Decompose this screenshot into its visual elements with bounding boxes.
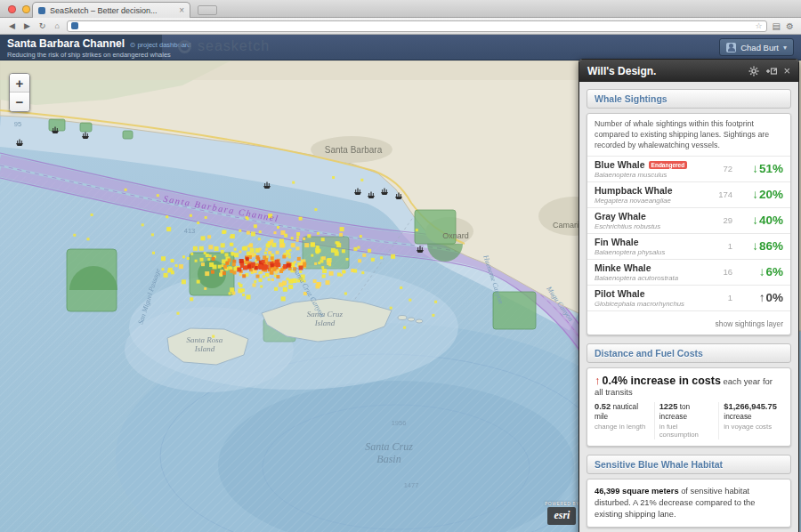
fuel-headline: ↑0.4% increase in costs each year for al… — [595, 374, 783, 397]
change-percent: ↓51% — [742, 162, 783, 175]
whale-name: Fin Whale — [595, 237, 665, 247]
whale-latin-name: Balaenoptera musculus — [595, 171, 687, 179]
map-label: Island — [194, 344, 215, 353]
fuel-costs-card: ↑0.4% increase in costs each year for al… — [587, 367, 791, 447]
user-avatar — [726, 43, 736, 52]
map-label: Basin — [376, 453, 400, 465]
change-arrow-icon: ↓ — [752, 239, 758, 253]
section-distance-fuel[interactable]: Distance and Fuel Costs — [587, 343, 791, 363]
map-label: Santa Cruz — [365, 440, 413, 453]
address-bar[interactable]: ☆ — [67, 20, 767, 32]
back-icon[interactable]: ◀ — [7, 20, 17, 32]
whale-name: Gray Whale — [595, 211, 660, 222]
change-arrow-icon: ↓ — [752, 214, 758, 227]
browser-tab[interactable]: SeaSketch – Better decision... × — [32, 2, 190, 18]
whale-name: Humpback Whale — [595, 185, 673, 196]
whale-name: Minke Whale — [595, 262, 678, 273]
panel-header[interactable]: Will's Design. × — [579, 60, 798, 82]
whale-row[interactable]: Fin WhaleBalaenoptera physalus1↓86% — [587, 233, 790, 259]
browser-titlebar: SeaSketch – Better decision... × — [0, 0, 801, 18]
whale-latin-name: Balaenoptera acutorostrata — [595, 274, 678, 282]
whale-name: Blue WhaleEndangered — [595, 159, 687, 170]
panel-title: Will's Design. — [587, 65, 656, 77]
tab-favicon-icon — [38, 7, 45, 14]
map-label: Oxnard — [442, 231, 469, 240]
whale-row[interactable]: Blue WhaleEndangeredBalaenoptera musculu… — [587, 156, 790, 181]
new-tab-button[interactable] — [198, 5, 217, 15]
whale-row[interactable]: Minke WhaleBalaenoptera acutorostrata16↓… — [587, 259, 790, 285]
change-percent: ↓6% — [742, 265, 783, 278]
change-arrow-icon: ↓ — [759, 265, 765, 278]
change-percent: ↑0% — [742, 291, 783, 304]
esri-logo: esri — [547, 507, 576, 525]
whale-description: Number of whale sightings within this fo… — [587, 114, 790, 156]
sighting-count: 29 — [723, 215, 732, 225]
page-menu-icon[interactable]: ▤ — [773, 20, 781, 32]
map-label: 1477 — [404, 481, 419, 489]
section-whale-sightings[interactable]: Whale Sightings — [587, 89, 791, 109]
zoom-in-button[interactable]: + — [10, 74, 29, 93]
increase-arrow-icon: ↑ — [595, 374, 601, 387]
whale-name: Pilot Whale — [595, 288, 684, 299]
bookmark-star-icon[interactable]: ☆ — [756, 21, 763, 30]
fuel-stats: 0.52 nautical milechange in length1225 t… — [595, 402, 783, 439]
minimize-window-button[interactable] — [22, 5, 30, 13]
sighting-count: 16 — [723, 267, 732, 277]
project-title: Santa Barbara Channel — [7, 37, 125, 50]
fuel-stat: 1225 ton increasein fuel consumption — [654, 402, 719, 439]
map-label: 1956 — [392, 419, 407, 427]
change-arrow-icon: ↑ — [759, 291, 765, 304]
report-panel: Will's Design. × — [578, 59, 799, 532]
popout-icon[interactable] — [765, 66, 777, 77]
close-window-button[interactable] — [8, 5, 16, 13]
zoom-out-button[interactable]: − — [10, 93, 29, 111]
home-icon[interactable]: ⌂ — [53, 20, 61, 32]
project-title-block: Santa Barbara Channel ⊙ project dashboar… — [0, 35, 162, 60]
habitat-card: 46,399 square meters of sensitive habita… — [587, 479, 791, 528]
change-arrow-icon: ↓ — [752, 162, 758, 175]
zoom-control: + − — [9, 73, 30, 112]
user-menu[interactable]: Chad Burt ▾ — [719, 38, 794, 56]
wrench-menu-icon[interactable]: ⚙ — [786, 20, 794, 32]
sighting-count: 1 — [728, 293, 732, 302]
change-percent: ↓40% — [742, 214, 783, 227]
fuel-stat: $1,266,945.75 increasein voyage costs — [718, 402, 783, 439]
project-subtitle: Reducing the risk of ship strikes on end… — [7, 51, 155, 59]
tab-title: SeaSketch – Better decision... — [50, 6, 158, 15]
reload-icon[interactable]: ↻ — [37, 20, 48, 32]
map-label: Santa Rosa — [187, 335, 223, 344]
change-percent: ↓20% — [742, 188, 783, 201]
gear-icon[interactable] — [748, 66, 759, 77]
close-icon[interactable]: × — [783, 66, 790, 77]
whale-card-footer: show sightings layer — [587, 310, 790, 335]
address-favicon-icon — [71, 22, 78, 29]
whale-latin-name: Balaenoptera physalus — [595, 248, 665, 256]
whale-row[interactable]: Gray WhaleEschrichtius robustus29↓40% — [587, 207, 790, 233]
whale-sightings-card: Number of whale sightings within this fo… — [587, 113, 791, 335]
map-label: 413 — [184, 227, 196, 235]
whale-row[interactable]: Pilot WhaleGlobicephala macrorhynchus1↑0… — [587, 285, 790, 310]
whale-row[interactable]: Humpback WhaleMegaptera novaeangliae174↓… — [587, 181, 790, 207]
whale-latin-name: Eschrichtius robustus — [595, 222, 660, 230]
forward-icon[interactable]: ▶ — [22, 20, 32, 32]
tab-close-icon[interactable]: × — [179, 6, 184, 15]
caret-down-icon: ▾ — [783, 44, 787, 52]
endangered-badge: Endangered — [649, 161, 688, 169]
whale-rows: Blue WhaleEndangeredBalaenoptera musculu… — [587, 156, 790, 310]
sighting-count: 1 — [728, 241, 732, 251]
whale-latin-name: Globicephala macrorhynchus — [595, 300, 684, 308]
show-sightings-layer-link[interactable]: show sightings layer — [715, 319, 783, 328]
user-name: Chad Burt — [740, 43, 779, 52]
seasketch-logo: seasketch — [178, 38, 270, 54]
whale-latin-name: Megaptera novaeangliae — [595, 197, 673, 205]
sighting-count: 72 — [723, 164, 732, 173]
dashboard-dot-icon: ⊙ — [130, 41, 135, 49]
change-percent: ↓86% — [742, 239, 783, 253]
section-habitat[interactable]: Sensitive Blue Whale Habitat — [587, 455, 791, 474]
browser-window: SeaSketch – Better decision... × ◀ ▶ ↻ ⌂… — [0, 0, 801, 532]
browser-toolbar: ◀ ▶ ↻ ⌂ ☆ ▤ ⚙ — [0, 18, 801, 35]
change-arrow-icon: ↓ — [752, 188, 758, 201]
map-label: 95 — [14, 120, 21, 128]
esri-attribution: POWERED BY esri — [545, 501, 579, 525]
map-label: Island — [314, 318, 336, 327]
